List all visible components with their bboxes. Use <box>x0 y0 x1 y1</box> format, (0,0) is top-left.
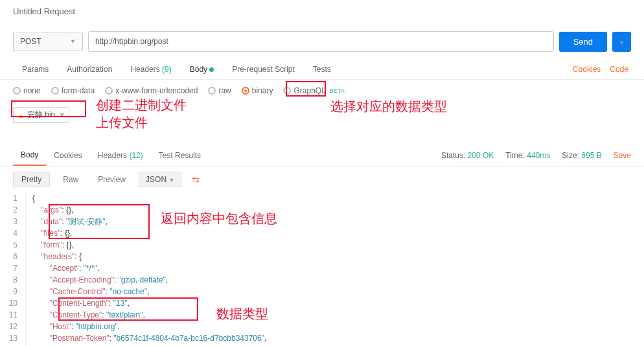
radio-icon <box>13 87 21 95</box>
tab-params[interactable]: Params <box>13 60 58 79</box>
radio-icon <box>105 87 113 95</box>
warning-icon: ▲ <box>17 111 25 119</box>
annotation-upload: 创建二进制文件 上传文件 <box>96 97 187 132</box>
cookies-link[interactable]: Cookies <box>573 65 601 74</box>
close-icon[interactable]: ✕ <box>59 111 65 119</box>
request-title: Untitled Request <box>13 6 75 16</box>
tab-authorization[interactable]: Authorization <box>58 60 121 79</box>
view-preview[interactable]: Preview <box>91 172 132 187</box>
chevron-down-icon: ▼ <box>168 177 174 183</box>
send-dropdown[interactable]: ▼ <box>612 32 631 52</box>
size-label: Size: 695 B <box>562 151 601 160</box>
view-raw[interactable]: Raw <box>56 172 85 187</box>
code-link[interactable]: Code <box>610 65 628 74</box>
resp-tab-testresults[interactable]: Test Results <box>151 146 209 165</box>
resp-tab-cookies[interactable]: Cookies <box>46 146 89 165</box>
format-select[interactable]: JSON ▼ <box>139 172 181 187</box>
radio-icon <box>208 87 216 95</box>
resp-tab-headers[interactable]: Headers (12) <box>90 146 151 165</box>
tab-headers[interactable]: Headers (9) <box>121 60 180 79</box>
radio-icon <box>283 87 291 95</box>
send-button[interactable]: Send <box>559 32 607 52</box>
chevron-down-icon: ▼ <box>70 38 76 45</box>
tab-body[interactable]: Body <box>181 60 223 79</box>
view-pretty[interactable]: Pretty <box>13 172 50 187</box>
dot-icon <box>209 67 214 72</box>
radio-urlencoded[interactable]: x-www-form-urlencoded <box>105 86 198 95</box>
status-label: Status: 200 OK <box>441 151 494 160</box>
file-name: 安静.bin <box>27 110 55 121</box>
save-response[interactable]: Save <box>614 151 631 160</box>
resp-tab-body[interactable]: Body <box>13 145 46 166</box>
time-label: Time: 440ms <box>505 151 550 160</box>
radio-icon <box>51 87 59 95</box>
radio-icon <box>242 87 249 95</box>
tab-prerequest[interactable]: Pre-request Script <box>223 60 304 79</box>
wrap-icon[interactable]: ⇆ <box>188 173 203 186</box>
radio-none[interactable]: none <box>13 86 41 95</box>
method-dropdown[interactable]: POST ▼ <box>13 32 83 51</box>
tab-tests[interactable]: Tests <box>304 60 340 79</box>
chevron-down-icon: ▼ <box>619 40 625 46</box>
radio-graphql[interactable]: GraphQLBETA <box>283 86 344 95</box>
method-label: POST <box>20 37 41 46</box>
radio-raw[interactable]: raw <box>208 86 231 95</box>
radio-binary[interactable]: binary <box>242 86 273 95</box>
url-input[interactable] <box>88 31 554 52</box>
file-chip[interactable]: ▲ 安静.bin ✕ <box>13 107 69 123</box>
response-body[interactable]: 1{2 "args": {},3 "data": "测试-安静",4 "file… <box>0 192 644 346</box>
radio-formdata[interactable]: form-data <box>51 86 95 95</box>
